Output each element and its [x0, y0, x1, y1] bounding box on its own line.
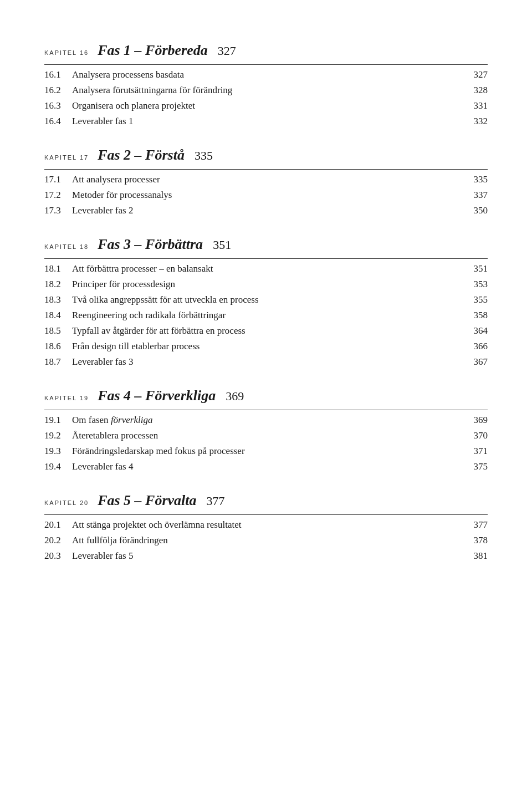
section-page-number: 351: [474, 263, 488, 274]
section-title: Analysera förutsättningarna för förändri…: [72, 85, 468, 96]
section-title: Från design till etablerbar process: [72, 341, 468, 352]
section-title: Leverabler fas 4: [72, 461, 468, 472]
section-page-number: 331: [474, 100, 488, 111]
chapter-block-ch17: KAPITEL 17Fas 2 – Förstå33517.1Att analy…: [44, 147, 488, 216]
section-item: 18.4Reengineering och radikala förbättri…: [44, 310, 488, 321]
section-title: Återetablera processen: [72, 430, 468, 441]
section-page-number: 358: [474, 310, 488, 321]
section-number: 16.3: [44, 100, 72, 111]
section-number: 19.2: [44, 430, 72, 441]
section-item: 19.1Om fasen förverkliga369: [44, 415, 488, 426]
section-title: Typfall av åtgärder för att förbättra en…: [72, 325, 468, 336]
chapter-page-number: 327: [218, 44, 236, 58]
section-page-number: 378: [474, 535, 488, 546]
section-page-number: 364: [474, 325, 488, 336]
chapter-title: Fas 2 – Förstå: [98, 147, 185, 164]
section-number: 17.3: [44, 205, 72, 216]
section-title: Att analysera processer: [72, 174, 468, 185]
section-title: Att stänga projektet och överlämna resul…: [72, 519, 468, 531]
chapter-heading-ch18: KAPITEL 18Fas 3 – Förbättra351: [44, 236, 488, 259]
section-title: Att fullfölja förändringen: [72, 535, 468, 546]
section-item: 16.1Analysera processens basdata327: [44, 69, 488, 80]
section-title: Om fasen förverkliga: [72, 415, 468, 426]
section-item: 20.2Att fullfölja förändringen378: [44, 535, 488, 546]
chapter-heading-ch17: KAPITEL 17Fas 2 – Förstå335: [44, 147, 488, 170]
section-page-number: 335: [474, 174, 488, 185]
chapter-page-number: 335: [195, 149, 213, 163]
chapter-heading-ch19: KAPITEL 19Fas 4 – Förverkliga369: [44, 387, 488, 410]
chapter-heading-ch20: KAPITEL 20Fas 5 – Förvalta377: [44, 492, 488, 515]
section-number: 16.1: [44, 69, 72, 80]
section-title: Principer för processdesign: [72, 279, 468, 290]
section-item: 19.3Förändringsledarskap med fokus på pr…: [44, 446, 488, 457]
section-number: 18.7: [44, 356, 72, 368]
section-item: 17.3Leverabler fas 2350: [44, 205, 488, 216]
section-number: 18.6: [44, 341, 72, 352]
section-title: Att förbättra processer – en balansakt: [72, 263, 468, 274]
chapter-title: Fas 3 – Förbättra: [98, 236, 203, 253]
section-title: Leverabler fas 5: [72, 550, 468, 562]
section-page-number: 328: [474, 85, 488, 96]
chapter-heading-ch16: KAPITEL 16Fas 1 – Förbereda327: [44, 42, 488, 65]
section-title: Analysera processens basdata: [72, 69, 468, 80]
section-item: 18.6Från design till etablerbar process3…: [44, 341, 488, 352]
section-number: 18.4: [44, 310, 72, 321]
chapter-label: KAPITEL 18: [44, 243, 89, 250]
chapter-label: KAPITEL 16: [44, 49, 89, 56]
section-item: 19.2Återetablera processen370: [44, 430, 488, 441]
section-number: 18.1: [44, 263, 72, 274]
section-item: 17.2Metoder för processanalys337: [44, 190, 488, 201]
section-page-number: 353: [474, 279, 488, 290]
section-item: 20.3Leverabler fas 5381: [44, 550, 488, 562]
section-title: Förändringsledarskap med fokus på proces…: [72, 446, 468, 457]
section-page-number: 327: [474, 69, 488, 80]
section-title: Metoder för processanalys: [72, 190, 468, 201]
section-number: 18.3: [44, 294, 72, 305]
chapter-page-number: 351: [213, 238, 231, 252]
chapter-label: KAPITEL 19: [44, 395, 89, 401]
chapter-block-ch20: KAPITEL 20Fas 5 – Förvalta37720.1Att stä…: [44, 492, 488, 562]
section-title: Reengineering och radikala förbättringar: [72, 310, 468, 321]
section-number: 16.2: [44, 85, 72, 96]
section-item: 16.3Organisera och planera projektet331: [44, 100, 488, 111]
section-page-number: 377: [474, 519, 488, 531]
section-title: Leverabler fas 2: [72, 205, 468, 216]
section-title: Två olika angreppssätt för att utveckla …: [72, 294, 468, 305]
section-item: 18.2Principer för processdesign353: [44, 279, 488, 290]
section-page-number: 371: [474, 446, 488, 457]
section-number: 17.2: [44, 190, 72, 201]
chapter-title: Fas 5 – Förvalta: [98, 492, 196, 509]
section-item: 18.7Leverabler fas 3367: [44, 356, 488, 368]
section-number: 16.4: [44, 116, 72, 127]
section-page-number: 370: [474, 430, 488, 441]
chapter-block-ch19: KAPITEL 19Fas 4 – Förverkliga36919.1Om f…: [44, 387, 488, 472]
chapter-block-ch16: KAPITEL 16Fas 1 – Förbereda32716.1Analys…: [44, 42, 488, 127]
chapter-block-ch18: KAPITEL 18Fas 3 – Förbättra35118.1Att fö…: [44, 236, 488, 368]
chapter-label: KAPITEL 20: [44, 499, 89, 506]
chapter-label: KAPITEL 17: [44, 154, 89, 161]
chapter-page-number: 377: [207, 494, 225, 508]
section-number: 20.3: [44, 550, 72, 562]
section-item: 16.2Analysera förutsättningarna för förä…: [44, 85, 488, 96]
section-page-number: 350: [474, 205, 488, 216]
section-number: 18.5: [44, 325, 72, 336]
section-item: 19.4Leverabler fas 4375: [44, 461, 488, 472]
chapter-page-number: 369: [226, 389, 244, 404]
section-number: 20.2: [44, 535, 72, 546]
section-title: Organisera och planera projektet: [72, 100, 468, 111]
section-page-number: 366: [474, 341, 488, 352]
section-page-number: 375: [474, 461, 488, 472]
section-title: Leverabler fas 1: [72, 116, 468, 127]
section-number: 19.3: [44, 446, 72, 457]
section-number: 19.4: [44, 461, 72, 472]
section-page-number: 381: [474, 550, 488, 562]
section-page-number: 367: [474, 356, 488, 368]
section-page-number: 369: [474, 415, 488, 426]
section-number: 19.1: [44, 415, 72, 426]
toc-container: KAPITEL 16Fas 1 – Förbereda32716.1Analys…: [44, 42, 488, 562]
section-page-number: 332: [474, 116, 488, 127]
section-number: 17.1: [44, 174, 72, 185]
chapter-title: Fas 1 – Förbereda: [98, 42, 208, 59]
section-number: 20.1: [44, 519, 72, 531]
section-item: 16.4Leverabler fas 1332: [44, 116, 488, 127]
